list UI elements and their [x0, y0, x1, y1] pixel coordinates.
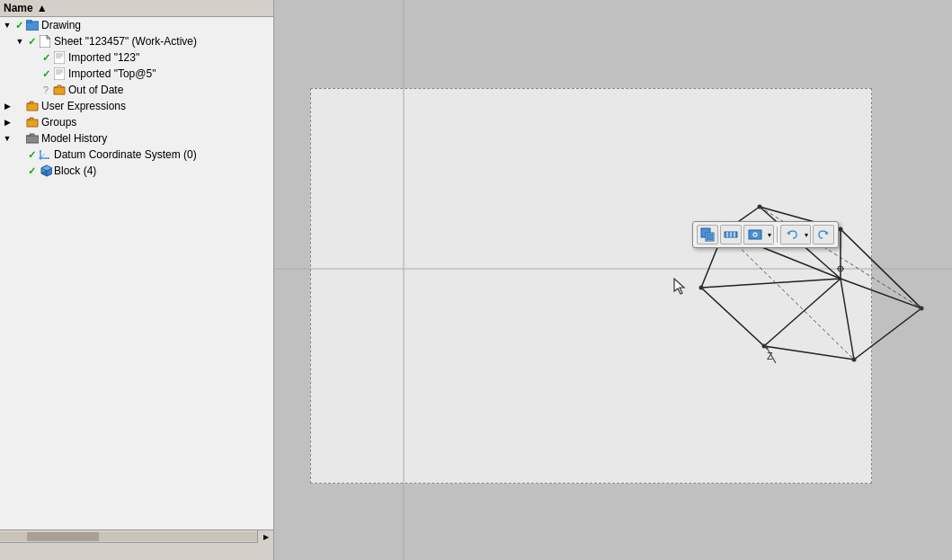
check-icon-groups — [13, 116, 25, 129]
block-label: Block (4) — [54, 164, 96, 177]
tree-item-sheet[interactable]: ▼ ✓ Sheet "123457" (Work-Active) — [0, 33, 273, 49]
h-scroll-track — [0, 532, 257, 541]
expand-icon-userexpressions[interactable]: ▶ — [2, 101, 13, 111]
status-text — [4, 547, 6, 556]
sort-arrow-icon: ▲ — [37, 2, 48, 14]
imported123-label: Imported "123" — [68, 51, 139, 64]
modelhistory-label: Model History — [41, 132, 107, 145]
toolbar-btn-move[interactable] — [697, 225, 718, 244]
importedtop5-icon — [52, 67, 67, 80]
expand-icon-drawing[interactable]: ▼ — [2, 20, 13, 31]
check-icon-datum: ✓ — [25, 148, 38, 161]
svg-line-30 — [701, 279, 841, 288]
svg-line-28 — [841, 279, 854, 360]
groups-label: Groups — [41, 116, 76, 129]
expand-icon-sheet[interactable]: ▼ — [14, 36, 25, 47]
tree-item-modelhistory[interactable]: ▼ Model History — [0, 130, 273, 147]
svg-point-34 — [839, 227, 843, 232]
svg-line-29 — [764, 279, 841, 346]
drawing-icon — [25, 19, 40, 31]
toolbar-dropdown-undo: ▾ — [780, 225, 811, 244]
datum-icon — [38, 148, 52, 161]
expand-icon-modelhistory[interactable]: ▼ — [2, 133, 13, 144]
toolbar-dropdown-view: ▾ — [743, 225, 774, 244]
toolbar-btn-scale[interactable] — [720, 225, 742, 244]
toolbar-separator-1 — [777, 227, 778, 243]
block-icon — [38, 164, 52, 177]
check-icon-outofdate: ? — [40, 84, 52, 96]
check-icon-userexpressions — [13, 100, 25, 112]
toolbar-btn-view-main[interactable] — [743, 225, 765, 244]
tree-item-drawing[interactable]: ▼ ✓ Drawing — [0, 17, 273, 33]
svg-point-17 — [40, 157, 42, 160]
name-column-header: Name — [4, 2, 33, 14]
svg-line-44 — [724, 232, 854, 360]
left-bottom-bar — [0, 542, 273, 560]
canvas-svg: Z — [274, 0, 952, 560]
groups-icon — [25, 116, 40, 129]
check-icon-block: ✓ — [25, 164, 38, 177]
outofdate-icon — [52, 84, 67, 96]
tree-area: ▼ ✓ Drawing ▼ ✓ Sheet "123457" (Work-Act… — [0, 17, 273, 529]
importedtop5-label: Imported "Top@5" — [68, 67, 156, 80]
toolbar-dropdown-arrow-view[interactable]: ▾ — [765, 225, 774, 244]
tree-item-userexpressions[interactable]: ▶ User Expressions — [0, 98, 273, 114]
h-scroll-thumb[interactable] — [27, 532, 99, 541]
svg-rect-55 — [707, 234, 713, 240]
expand-icon-datum[interactable] — [14, 149, 25, 160]
svg-point-62 — [753, 234, 756, 236]
tree-header[interactable]: Name ▲ — [0, 0, 273, 17]
toolbar-btn-undo[interactable] — [780, 225, 802, 244]
check-icon-imported123: ✓ — [40, 51, 52, 64]
h-scroll-right-btn[interactable]: ▶ — [257, 530, 273, 543]
toolbar-btn-redo[interactable] — [813, 225, 834, 244]
check-icon-modelhistory — [13, 132, 25, 145]
expand-icon-block[interactable] — [14, 165, 25, 176]
check-icon-drawing: ✓ — [13, 19, 25, 31]
tree-item-groups[interactable]: ▶ Groups — [0, 114, 273, 130]
modelhistory-icon — [25, 132, 40, 145]
left-panel: Name ▲ ▼ ✓ Drawing ▼ ✓ — [0, 0, 274, 560]
datum-label: Datum Coordinate System (0) — [54, 148, 197, 161]
expand-icon-outofdate[interactable] — [29, 84, 40, 95]
expand-icon-groups[interactable]: ▶ — [2, 117, 13, 128]
svg-point-38 — [699, 286, 704, 290]
drawing-label: Drawing — [41, 19, 81, 31]
sheet-icon — [38, 35, 52, 48]
outofdate-label: Out of Date — [68, 84, 123, 96]
imported123-icon — [52, 51, 67, 64]
userexpressions-label: User Expressions — [41, 100, 126, 112]
tree-item-importedtop5[interactable]: ✓ Imported "Top@5" — [0, 66, 273, 82]
mini-toolbar: ▾ ▾ — [692, 221, 839, 248]
svg-line-27 — [841, 279, 921, 308]
tree-item-datum[interactable]: ✓ Datum Coordinate System (0) — [0, 147, 273, 163]
expand-icon-imported123[interactable] — [29, 52, 40, 63]
left-h-scrollbar[interactable]: ▶ — [0, 529, 273, 542]
main-canvas: Z — [274, 0, 952, 560]
sheet-label: Sheet "123457" (Work-Active) — [54, 35, 197, 48]
check-icon-importedtop5: ✓ — [40, 67, 52, 80]
svg-point-46 — [766, 347, 769, 350]
svg-marker-3 — [47, 35, 50, 39]
canvas-background: Z — [274, 0, 952, 560]
tree-item-block[interactable]: ✓ Block (4) — [0, 163, 273, 179]
userexpressions-icon — [25, 100, 40, 112]
check-icon-sheet: ✓ — [25, 35, 38, 48]
svg-rect-1 — [26, 20, 31, 22]
expand-icon-importedtop5[interactable] — [29, 68, 40, 79]
toolbar-dropdown-arrow-undo[interactable]: ▾ — [802, 225, 811, 244]
tree-item-imported123[interactable]: ✓ Imported "123" — [0, 49, 273, 66]
tree-item-outofdate[interactable]: ? Out of Date — [0, 82, 273, 98]
